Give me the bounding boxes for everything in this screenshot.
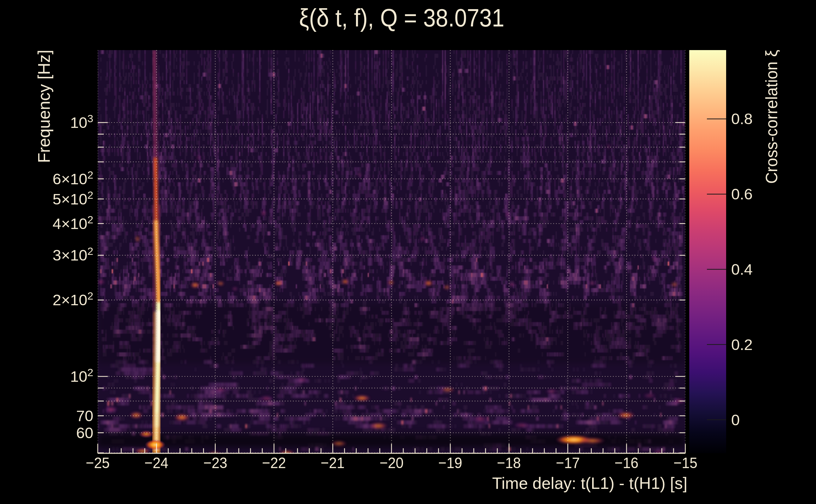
svg-text:70: 70 xyxy=(76,407,93,424)
svg-text:3×102: 3×102 xyxy=(53,245,93,264)
svg-text:5×102: 5×102 xyxy=(53,189,93,208)
svg-text:−22: −22 xyxy=(262,454,286,471)
svg-text:−17: −17 xyxy=(556,454,580,471)
svg-text:2×102: 2×102 xyxy=(53,290,93,308)
svg-text:0.8: 0.8 xyxy=(731,110,753,127)
svg-text:0: 0 xyxy=(731,411,740,428)
svg-text:−21: −21 xyxy=(321,454,345,471)
svg-text:ξ(δ t, f), Q = 38.0731: ξ(δ t, f), Q = 38.0731 xyxy=(299,4,504,32)
svg-text:−16: −16 xyxy=(615,454,639,471)
svg-text:−20: −20 xyxy=(380,454,404,471)
svg-text:0.4: 0.4 xyxy=(731,261,753,278)
svg-text:60: 60 xyxy=(76,424,93,441)
svg-text:−25: −25 xyxy=(86,454,110,471)
svg-text:0.2: 0.2 xyxy=(731,336,753,353)
svg-text:−23: −23 xyxy=(203,454,227,471)
svg-text:−15: −15 xyxy=(674,454,698,471)
svg-text:6×102: 6×102 xyxy=(53,169,93,187)
svg-text:−24: −24 xyxy=(144,454,168,471)
svg-text:Cross-correlation ξ: Cross-correlation ξ xyxy=(763,50,781,184)
svg-text:0.6: 0.6 xyxy=(731,186,753,203)
svg-text:4×102: 4×102 xyxy=(53,214,93,232)
svg-text:Frequency [Hz]: Frequency [Hz] xyxy=(35,50,53,163)
svg-text:−19: −19 xyxy=(438,454,462,471)
svg-text:Time delay: t(L1) - t(H1) [s]: Time delay: t(L1) - t(H1) [s] xyxy=(492,474,687,492)
svg-text:−18: −18 xyxy=(497,454,521,471)
